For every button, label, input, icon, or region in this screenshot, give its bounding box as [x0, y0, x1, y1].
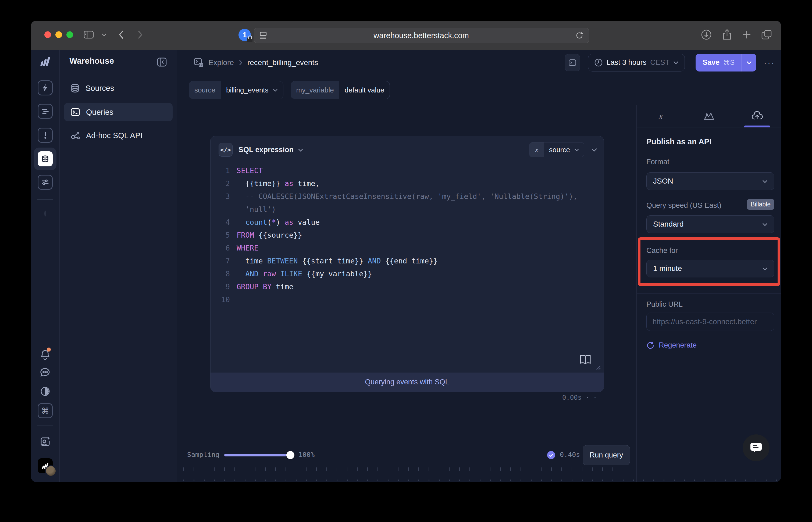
minimize-button[interactable] — [55, 32, 62, 38]
browser-toolbar: 1 warehouse.betterstack.com — [31, 21, 781, 50]
save-button[interactable]: Save ⌘S — [696, 54, 741, 72]
sidebar-item-queries[interactable]: Queries — [64, 103, 173, 121]
explore-icon — [193, 57, 204, 68]
chevron-down-icon[interactable] — [102, 33, 106, 36]
query-speed-label: Query speed (US East) — [646, 201, 721, 210]
app-root: ⌘ Warehouse — [31, 50, 781, 482]
tab-publish-api[interactable] — [733, 105, 781, 127]
code-line: 5FROM {{source}} — [211, 229, 603, 242]
zoom-button[interactable] — [66, 32, 73, 38]
tab-visualization[interactable] — [685, 105, 733, 127]
query-main: </> SQL expression x source — [177, 105, 636, 482]
invite-user-icon[interactable] — [40, 436, 51, 447]
public-url-input[interactable]: https://us-east-9-connect.better — [646, 313, 774, 331]
workspace-switcher[interactable] — [38, 458, 53, 473]
user-avatar[interactable] — [44, 211, 46, 216]
time-range-label: Last 3 hours — [607, 58, 647, 67]
tab-variables[interactable]: x — [637, 105, 685, 127]
billable-badge: Billable — [747, 199, 774, 210]
sampling-slider-thumb[interactable] — [286, 451, 294, 459]
reader-icon[interactable] — [259, 31, 267, 40]
sampling-value: 100% — [298, 451, 315, 459]
code-mode-icon[interactable]: </> — [219, 143, 233, 157]
chart-icon — [704, 112, 714, 121]
telemetry-icon[interactable] — [38, 104, 53, 119]
database-icon — [71, 84, 80, 93]
source-variable-chip[interactable]: source billing_events — [189, 81, 283, 99]
reload-icon[interactable] — [575, 31, 583, 40]
icon-rail: ⌘ — [31, 50, 60, 482]
breadcrumb-section[interactable]: Explore — [209, 58, 234, 67]
feedback-chat-icon[interactable] — [40, 368, 51, 378]
column-chip[interactable]: x source — [529, 142, 584, 157]
settings-icon[interactable] — [38, 175, 53, 190]
chevron-down-icon — [574, 148, 579, 151]
chip-name: my_variable — [291, 81, 339, 99]
cache-for-select[interactable]: 1 minute — [646, 260, 774, 277]
sidebar-item-sources[interactable]: Sources — [64, 79, 173, 97]
password-manager-icon[interactable]: 1 — [238, 29, 251, 41]
format-value: JSON — [653, 177, 673, 185]
refresh-icon — [646, 341, 654, 349]
editor-mode-dropdown-icon[interactable] — [298, 148, 303, 152]
active-tab-indicator — [744, 125, 770, 127]
share-icon[interactable] — [722, 29, 732, 40]
save-shortcut: ⌘S — [723, 59, 735, 66]
chat-bubble-icon — [750, 442, 763, 454]
collapse-editor-icon[interactable] — [591, 148, 597, 152]
cache-for-label: Cache for — [646, 246, 678, 255]
my-variable-chip[interactable]: my_variable default value — [291, 81, 390, 99]
sql-code-editor[interactable]: 1SELECT2 {{time}} as time,3 -- COALESCE(… — [211, 164, 603, 372]
editor-resize-handle[interactable] — [595, 364, 601, 370]
panel-tabs: x — [637, 105, 781, 127]
incidents-icon[interactable] — [38, 128, 53, 143]
format-select[interactable]: JSON — [646, 172, 774, 190]
code-line: 10 — [211, 293, 603, 306]
chevron-down-icon — [673, 61, 679, 64]
code-lines: 1SELECT2 {{time}} as time,3 -- COALESCE(… — [211, 164, 603, 306]
time-range-zone: CEST — [650, 58, 670, 67]
notifications-bell-icon[interactable] — [40, 349, 50, 360]
clock-icon — [594, 58, 603, 67]
time-range-picker[interactable]: Last 3 hours CEST — [588, 54, 685, 72]
address-bar[interactable]: warehouse.betterstack.com — [254, 28, 589, 43]
toggle-query-panel-button[interactable] — [565, 54, 580, 71]
forward-icon[interactable] — [137, 30, 143, 39]
warehouse-sidebar: Warehouse Sources Queries — [60, 50, 177, 482]
sidebar-item-label: Sources — [85, 84, 114, 93]
betterstack-logo-icon[interactable] — [39, 57, 51, 66]
code-line: 2 {{time}} as time, — [211, 177, 603, 190]
variable-x-icon: x — [659, 111, 663, 121]
support-chat-button[interactable] — [742, 434, 770, 461]
code-line: 8 AND raw ILIKE {{my_variable}} — [211, 267, 603, 280]
column-value: source — [549, 146, 570, 154]
sidebar-item-adhoc-sql-api[interactable]: Ad-hoc SQL API — [64, 126, 173, 145]
save-dropdown-button[interactable] — [742, 54, 756, 72]
save-label: Save — [702, 58, 719, 67]
save-split-button: Save ⌘S — [696, 54, 756, 72]
code-line: 4 count(*) as value — [211, 216, 603, 229]
back-icon[interactable] — [119, 30, 124, 39]
editor-mode-label: SQL expression — [238, 146, 294, 154]
downloads-icon[interactable] — [701, 29, 712, 40]
sampling-slider[interactable] — [224, 454, 294, 457]
uptime-icon[interactable] — [38, 80, 53, 96]
docs-book-icon[interactable] — [579, 355, 591, 365]
warehouse-icon-active[interactable] — [34, 147, 57, 170]
shortcuts-command-icon[interactable]: ⌘ — [38, 403, 53, 418]
sidebar-toggle-icon[interactable] — [84, 31, 94, 39]
more-options-button[interactable]: ··· — [764, 58, 775, 67]
tab-overview-icon[interactable] — [761, 29, 772, 40]
close-button[interactable] — [44, 32, 51, 38]
url-text: warehouse.betterstack.com — [267, 31, 575, 40]
sidebar-title: Warehouse — [70, 56, 114, 66]
regenerate-link[interactable]: Regenerate — [646, 341, 697, 349]
editor-header: </> SQL expression x source — [211, 136, 603, 163]
collapse-sidebar-icon[interactable] — [157, 57, 167, 67]
run-query-button[interactable]: Run query — [583, 445, 630, 465]
query-speed-select[interactable]: Standard — [646, 215, 774, 233]
chip-value: default value — [345, 86, 384, 94]
chevron-down-icon — [762, 223, 768, 226]
theme-contrast-icon[interactable] — [40, 386, 50, 397]
new-tab-icon[interactable] — [742, 30, 751, 39]
